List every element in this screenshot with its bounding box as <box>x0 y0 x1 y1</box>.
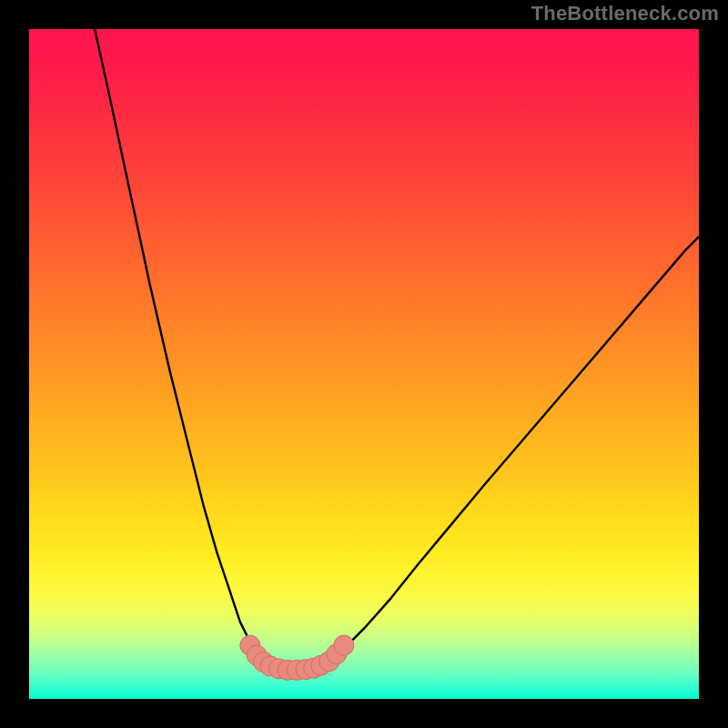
chart-frame: TheBottleneck.com <box>0 0 728 728</box>
overlay-svg <box>29 29 699 699</box>
bottleneck-curve <box>95 29 699 670</box>
curve-markers <box>240 635 354 680</box>
plot-area <box>29 29 699 699</box>
watermark-text: TheBottleneck.com <box>531 2 719 25</box>
curve-marker <box>334 635 354 655</box>
